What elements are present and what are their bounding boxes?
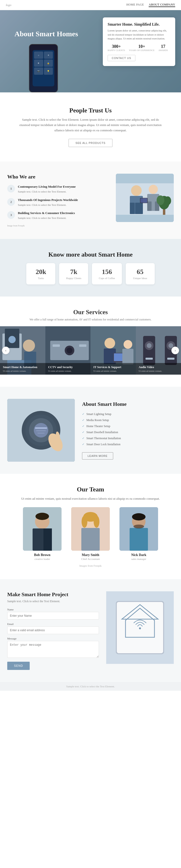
who-item-text-1: Sample text. Click to select the Text El… [18, 190, 76, 194]
form-label-name: Name [7, 608, 99, 611]
svg-rect-8 [147, 202, 151, 211]
team-member-role-nick: sales manager [117, 557, 160, 560]
team-caption: Images from Freepik [7, 564, 174, 567]
stat-num-1: 20k [33, 268, 48, 276]
svg-rect-71 [130, 528, 148, 551]
svg-rect-4 [130, 203, 135, 214]
form-input-email[interactable] [7, 626, 99, 634]
form-group-email: Email [7, 622, 99, 634]
learn-more-button[interactable]: LEARN MORE [82, 452, 113, 460]
svg-point-6 [149, 185, 158, 194]
service-desc-4: Ut enim ad minim veniam. [139, 370, 178, 372]
form-input-name[interactable] [7, 612, 99, 620]
who-item-title-2: Thousands Of Ingenious Projects Worldwid… [18, 198, 78, 202]
knowmore-title: Know more about Smart Home [7, 251, 174, 258]
svg-point-79 [139, 627, 141, 629]
hero-title-container: About Smart Homes [14, 30, 78, 38]
about-list: Smart Lighting Setup Media Room Setup Ho… [82, 411, 174, 447]
footer-text: Sample text. Click to select the Text El… [66, 685, 115, 688]
about-list-item-3: Home Theater Setup [82, 423, 174, 429]
svg-rect-11 [140, 198, 147, 203]
about-section: About Smart Home Smart Lighting Setup Me… [0, 387, 181, 474]
trust-text: Sample text. Click to select the Text El… [18, 117, 163, 133]
service-name-4: Audio Video [139, 366, 178, 369]
about-list-item-5: Smart Thermostat Installation [82, 435, 174, 441]
who-section: Who We are 1 Contemporary Living Model F… [0, 161, 181, 239]
services-carousel: ‹ Smart Home & Automation [0, 326, 181, 375]
team-grid: Bob Brown creative leader Mary Smith Chi… [7, 507, 174, 560]
hero-card-text: Lorem ipsum dolor sit amet, consectetur … [108, 29, 170, 41]
svg-rect-36 [122, 349, 134, 365]
service-name-1: Smart Home & Automation [3, 366, 42, 369]
hero-stats: 300+ HAPPY CLIENTS 10+ YEARS OF EXPERIEN… [108, 44, 170, 52]
nav-link-home[interactable]: HOME PAGE [126, 3, 144, 7]
form-label-email: Email [7, 622, 99, 625]
contact-subtitle: Sample text. Click to select the Text El… [7, 599, 99, 603]
services-subtitle: We offer a full range of home automation… [0, 318, 181, 321]
form-label-message: Message [7, 637, 99, 640]
footer-bar: Sample text. Click to select the Text El… [0, 682, 181, 691]
team-card-bob: Bob Brown creative leader [21, 507, 64, 560]
trust-section: People Trust Us Sample text. Click to se… [0, 92, 181, 161]
svg-point-73 [134, 525, 144, 528]
nav-link-about[interactable]: ABOUT COMPANY [149, 3, 175, 7]
hero-stat-num-3: 17 [158, 44, 168, 49]
team-card-nick: Nick Dark sales manager [117, 507, 160, 560]
navigation: logo HOME PAGE ABOUT COMPANY [0, 0, 181, 10]
trust-title: People Trust Us [7, 107, 174, 114]
see-all-products-button[interactable]: SEE ALL PRODUCTS [69, 139, 112, 147]
stat-num-2: 7k [66, 268, 81, 276]
services-section: Our Services We offer a full range of ho… [0, 297, 181, 387]
team-member-role-mary: Chief Accountant [69, 557, 112, 560]
service-desc-1: Ut enim ad minim veniam. [3, 370, 42, 372]
who-image-caption: Image from Freepik [7, 224, 110, 227]
form-group-name: Name [7, 608, 99, 620]
svg-rect-41 [146, 358, 153, 360]
svg-rect-52 [35, 427, 47, 429]
stat-num-3: 156 [99, 268, 115, 276]
who-illustration [116, 174, 174, 222]
who-icon-1: 1 [7, 185, 15, 192]
form-textarea-message[interactable] [7, 641, 99, 658]
contact-form: Name Email Message SEND [7, 608, 99, 670]
who-item-1: 1 Contemporary Living Model For Everyone… [7, 185, 110, 194]
svg-point-62 [35, 513, 49, 520]
nav-links: HOME PAGE ABOUT COMPANY [126, 3, 175, 7]
svg-point-27 [67, 347, 72, 353]
carousel-right-arrow[interactable]: › [171, 347, 179, 354]
svg-rect-65 [81, 528, 100, 551]
service-name-2: CCTV and Security [48, 366, 88, 369]
service-name-3: IT Services & Support [94, 366, 133, 369]
svg-rect-38 [143, 336, 155, 365]
about-list-item-1: Smart Lighting Setup [82, 411, 174, 417]
about-illustration [7, 399, 75, 462]
hero-stat-3: 17 AWARDS [158, 44, 168, 52]
stat-card-3: 156 Cups of Coffee [92, 263, 122, 284]
service-desc-2: Ut enim ad minim veniam. [48, 370, 88, 372]
svg-rect-45 [167, 358, 175, 360]
contact-illustration [106, 591, 174, 664]
service-card-3: IT Services & Support Ut enim ad minim v… [90, 326, 136, 375]
team-photo-nick [119, 507, 158, 551]
stat-card-1: 20k Tasks [26, 263, 55, 284]
hero-stat-2: 10+ YEARS OF EXPERIENCE [129, 44, 154, 52]
about-image [7, 399, 75, 462]
hero-card: Smarter Home. Simplified Life. Lorem ips… [103, 18, 175, 66]
svg-point-67 [81, 516, 87, 528]
about-list-item-4: Smart Doorbell Installation [82, 429, 174, 435]
services-title: Our Services [0, 309, 181, 316]
who-image [116, 174, 174, 222]
send-button[interactable]: SEND [7, 662, 30, 670]
carousel-left-arrow[interactable]: ‹ [2, 347, 10, 354]
hero-contact-button[interactable]: CONTACT US [108, 55, 135, 61]
team-subtitle: Ut enim ad minim veniam, quis nostrud ex… [18, 496, 163, 501]
hero-stat-num-2: 10+ [129, 44, 154, 49]
team-member-name-nick: Nick Dark [117, 553, 160, 557]
hero-card-title: Smarter Home. Simplified Life. [108, 22, 170, 27]
svg-point-21 [23, 340, 35, 352]
about-list-item-6: Smart Door Lock Installation [82, 441, 174, 447]
who-title: Who We are [7, 174, 110, 180]
service-card-2: CCTV and Security Ut enim ad minim venia… [45, 326, 91, 375]
who-item-2: 2 Thousands Of Ingenious Projects Worldw… [7, 198, 110, 207]
svg-rect-53 [36, 430, 46, 431]
